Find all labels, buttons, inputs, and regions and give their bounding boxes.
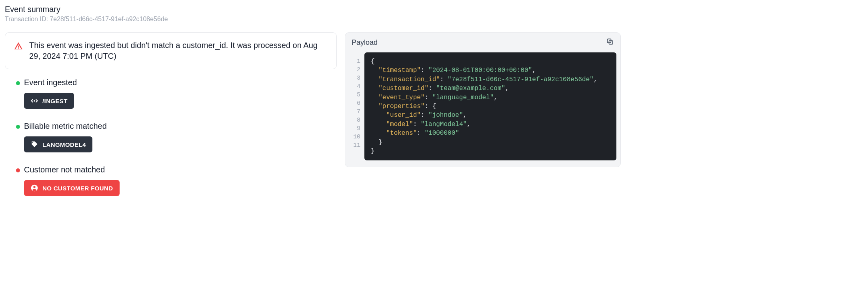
tag-icon bbox=[30, 140, 38, 148]
step-pill-label: LANGMODEL4 bbox=[42, 141, 86, 148]
warning-icon bbox=[14, 42, 23, 52]
payload-panel: Payload 1234567891011 { "timestamp": "20… bbox=[345, 32, 621, 167]
payload-title: Payload bbox=[352, 38, 378, 47]
transaction-id-label: Transaction ID: bbox=[5, 16, 48, 22]
step-title: Billable metric matched bbox=[24, 122, 337, 131]
step-pill[interactable]: /INGEST bbox=[24, 93, 74, 109]
user-icon bbox=[30, 184, 38, 192]
copy-icon bbox=[606, 39, 614, 47]
code-icon bbox=[30, 97, 38, 105]
step-pill-label: /INGEST bbox=[42, 98, 68, 104]
code-gutter: 1234567891011 bbox=[349, 52, 364, 160]
alert-box: This event was ingested but didn't match… bbox=[5, 32, 337, 69]
step-pill[interactable]: LANGMODEL4 bbox=[24, 136, 92, 152]
svg-point-2 bbox=[33, 186, 35, 188]
page-title: Event summary bbox=[5, 5, 863, 14]
status-dot bbox=[16, 125, 20, 129]
payload-code[interactable]: { "timestamp": "2024-08-01T00:00:00+00:0… bbox=[364, 52, 616, 160]
step-title: Event ingested bbox=[24, 78, 337, 87]
page-header: Event summary Transaction ID: 7e28f511-d… bbox=[5, 5, 863, 23]
alert-message: This event was ingested but didn't match… bbox=[29, 40, 328, 62]
step-title: Customer not matched bbox=[24, 165, 337, 174]
status-dot bbox=[16, 81, 20, 85]
svg-point-0 bbox=[34, 100, 35, 101]
step-item: Billable metric matchedLANGMODEL4 bbox=[24, 122, 337, 152]
status-dot bbox=[16, 168, 20, 172]
step-item: Event ingested/INGEST bbox=[24, 78, 337, 109]
step-pill[interactable]: NO CUSTOMER FOUND bbox=[24, 180, 120, 196]
step-item: Customer not matchedNO CUSTOMER FOUND bbox=[24, 165, 337, 196]
transaction-id-value: 7e28f511-d66c-4517-91ef-a92c108e56de bbox=[50, 16, 168, 22]
page-subtitle: Transaction ID: 7e28f511-d66c-4517-91ef-… bbox=[5, 16, 863, 23]
step-pill-label: NO CUSTOMER FOUND bbox=[42, 185, 113, 192]
copy-button[interactable] bbox=[606, 38, 614, 48]
steps-list: Event ingested/INGESTBillable metric mat… bbox=[5, 78, 337, 196]
